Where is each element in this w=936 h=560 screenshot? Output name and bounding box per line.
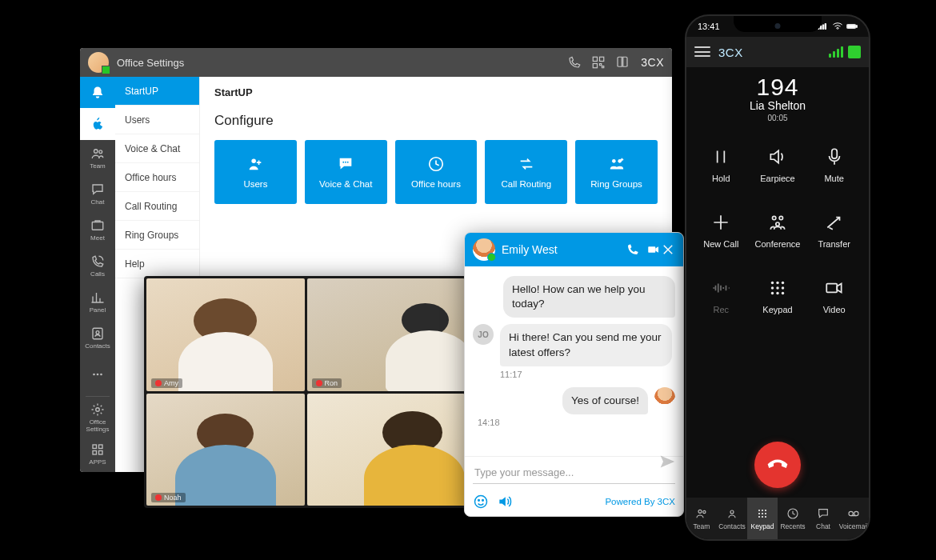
rail-more[interactable] [80, 356, 115, 392]
svg-rect-5 [92, 222, 103, 230]
svg-point-55 [765, 516, 766, 518]
agent-avatar-small [654, 387, 675, 408]
rail-calls[interactable]: Calls [80, 248, 115, 284]
rail-chat[interactable]: Chat [80, 176, 115, 212]
svg-point-41 [776, 292, 778, 294]
video-button[interactable]: Video [806, 263, 862, 329]
svg-point-47 [758, 510, 760, 511]
powered-by-link[interactable]: Powered By 3CX [605, 497, 675, 506]
rail-meet[interactable]: Meet [80, 212, 115, 248]
video-participant[interactable]: Ron [307, 278, 466, 391]
voice-call-icon[interactable] [626, 242, 640, 257]
rail-apple[interactable] [80, 108, 115, 139]
phone-status-bar: 13:41 [686, 16, 869, 37]
svg-point-3 [94, 149, 98, 153]
transfer-button[interactable]: Transfer [806, 198, 862, 263]
call-contact-name: Lia Shelton [686, 99, 869, 112]
phone-app-bar: 3CX [686, 37, 869, 67]
chat-footer: Powered By 3CX [465, 489, 683, 516]
chat-bubble-agent: Hello! How can we help you today? [503, 276, 675, 318]
tile-office-hours[interactable]: Office hours [395, 140, 478, 204]
nav-rail: Team Chat Meet Calls Panel Contacts [80, 77, 115, 472]
svg-point-21 [612, 159, 616, 163]
tile-voice-chat[interactable]: Voice & Chat [305, 140, 387, 204]
presence-indicator[interactable] [848, 46, 861, 58]
conference-button[interactable]: Conference [750, 198, 806, 263]
chat-messages: Hello! How can we help you today? JO Hi … [465, 266, 683, 456]
svg-rect-14 [93, 450, 97, 454]
video-participant[interactable] [307, 394, 466, 506]
rail-apps[interactable]: APPS [80, 436, 115, 472]
svg-rect-28 [856, 26, 857, 28]
sidebar-item-voice-chat[interactable]: Voice & Chat [115, 134, 199, 163]
dialer-icon[interactable] [567, 55, 582, 70]
tab-chat[interactable]: Chat [808, 498, 838, 539]
video-meeting-window: Amy Ron Noah [144, 276, 467, 508]
audio-icon[interactable] [497, 494, 513, 510]
tab-contacts[interactable]: Contacts [717, 498, 747, 539]
sidebar-item-ring-groups[interactable]: Ring Groups [115, 221, 199, 250]
sidebar-item-call-routing[interactable]: Call Routing [115, 192, 199, 221]
rail-office-settings[interactable]: Office Settings [80, 400, 115, 436]
chat-header: Emily West [465, 233, 683, 266]
svg-point-11 [96, 408, 100, 412]
section-heading: Configure [214, 113, 658, 129]
send-icon[interactable] [659, 454, 675, 470]
tile-call-routing[interactable]: Call Routing [485, 140, 567, 204]
svg-point-34 [771, 282, 774, 284]
new-call-button[interactable]: New Call [693, 198, 750, 263]
app-header: Office Settings 3CX [80, 48, 672, 77]
tab-recents[interactable]: Recents [778, 498, 808, 539]
header-title: Office Settings [117, 57, 184, 69]
video-call-icon[interactable] [646, 242, 661, 257]
svg-point-8 [93, 374, 95, 376]
current-user-avatar[interactable] [88, 52, 109, 73]
rail-panel[interactable]: Panel [80, 284, 115, 320]
message-timestamp: 14:18 [478, 418, 675, 427]
svg-point-31 [772, 216, 775, 219]
emoji-icon[interactable] [473, 494, 489, 510]
rail-team[interactable]: Team [80, 140, 115, 176]
svg-point-52 [765, 513, 766, 514]
mute-icon [155, 380, 162, 386]
chat-bubble-agent: Yes of course! [562, 387, 648, 414]
video-participant[interactable]: Noah [146, 394, 305, 506]
rail-contacts[interactable]: Contacts [80, 320, 115, 356]
hold-button[interactable]: Hold [693, 132, 750, 198]
svg-point-4 [99, 150, 102, 153]
earpiece-button[interactable]: Earpiece [750, 132, 806, 198]
tab-keypad[interactable]: Keypad [747, 498, 778, 539]
message-timestamp: 11:17 [500, 370, 675, 379]
sidebar-item-help[interactable]: Help [115, 250, 199, 278]
hang-up-button[interactable] [754, 442, 801, 488]
svg-rect-43 [826, 284, 837, 293]
close-icon[interactable] [661, 242, 675, 257]
tab-voicemail[interactable]: Voicemail [838, 498, 869, 539]
svg-rect-23 [648, 246, 655, 253]
svg-point-36 [782, 282, 784, 284]
svg-point-44 [698, 510, 702, 513]
sidebar-item-users[interactable]: Users [115, 106, 199, 134]
mute-button[interactable]: Mute [806, 132, 862, 198]
sidebar-item-startup[interactable]: StartUP [115, 77, 199, 106]
signal-icon [818, 22, 829, 30]
mute-icon [316, 380, 322, 386]
svg-point-58 [854, 511, 858, 515]
visitor-avatar: JO [473, 324, 494, 345]
chat-text-input[interactable] [473, 463, 675, 484]
sidebar-item-office-hours[interactable]: Office hours [115, 163, 199, 192]
tile-ring-groups[interactable]: Ring Groups [575, 140, 658, 204]
keypad-button[interactable]: Keypad [750, 263, 806, 329]
rail-notifications[interactable] [80, 77, 115, 108]
video-participant[interactable]: Amy [146, 278, 305, 391]
tile-users[interactable]: Users [214, 140, 297, 204]
tab-team[interactable]: Team [686, 498, 717, 539]
svg-rect-1 [600, 57, 604, 61]
svg-point-42 [782, 292, 784, 294]
svg-rect-29 [848, 25, 855, 27]
menu-icon[interactable] [694, 46, 710, 58]
svg-point-17 [343, 162, 345, 163]
wifi-icon [832, 22, 843, 30]
docs-icon[interactable] [615, 55, 630, 70]
qr-icon[interactable] [591, 55, 606, 70]
